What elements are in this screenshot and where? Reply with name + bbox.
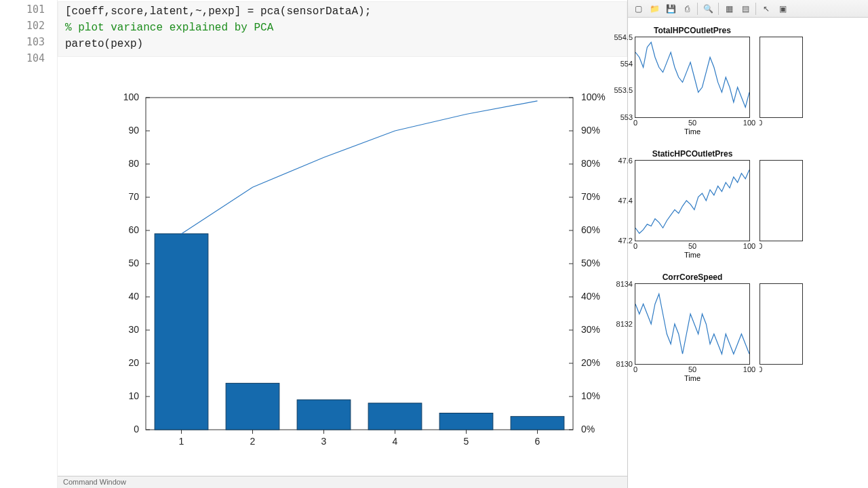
svg-text:6: 6: [535, 436, 540, 447]
svg-text:20: 20: [128, 357, 139, 368]
svg-text:90%: 90%: [581, 125, 600, 136]
data-cursor-icon[interactable]: ▤: [739, 3, 751, 15]
svg-rect-45: [155, 234, 208, 430]
subplot-title: CorrCoreSpeed: [635, 272, 750, 282]
subplot-title: StaticHPCOutletPres: [635, 149, 750, 159]
svg-rect-60: [511, 416, 564, 430]
line-number: 102: [0, 18, 57, 34]
code-line: pareto(pexp): [65, 36, 620, 52]
new-icon[interactable]: ▢: [632, 3, 644, 15]
svg-text:70: 70: [128, 191, 139, 202]
subplot-statichpc[interactable]: StaticHPCOutletPres 47.6 47.4 47.2 0 50 …: [635, 149, 750, 259]
svg-text:60: 60: [128, 224, 139, 235]
svg-text:40: 40: [128, 291, 139, 302]
subplot-partial-right1[interactable]: 2388.12 2388.1 2388.08 2388.06 2388.04 0: [760, 26, 803, 136]
x-axis-label: Time: [635, 374, 750, 382]
svg-text:10: 10: [128, 390, 139, 401]
svg-text:90: 90: [128, 125, 139, 136]
svg-text:100%: 100%: [581, 92, 606, 102]
svg-rect-51: [297, 400, 351, 430]
svg-text:100: 100: [123, 92, 140, 102]
subplot-totalhpc[interactable]: TotalHPCOutletPres 554.5 554 553.5 553 0…: [635, 26, 750, 136]
status-text: Command Window: [63, 478, 126, 486]
svg-text:0: 0: [134, 424, 139, 434]
pareto-chart[interactable]: 01020304050607080901000%10%20%30%40%50%6…: [98, 84, 627, 464]
legend-icon[interactable]: ▣: [776, 3, 789, 15]
svg-text:30: 30: [128, 324, 139, 335]
svg-text:0%: 0%: [581, 424, 595, 434]
x-axis-label: Time: [635, 251, 750, 259]
save-icon[interactable]: 💾: [665, 3, 677, 15]
svg-text:10%: 10%: [581, 390, 600, 401]
zoom-icon[interactable]: ▦: [723, 3, 735, 15]
subplot-grid: TotalHPCOutletPres 554.5 554 553.5 553 0…: [628, 18, 868, 382]
figure-panel: ▢ 📁 💾 ⎙ 🔍 ▦ ▤ ↖ ▣ TotalHPCOutletPres 554…: [627, 0, 868, 488]
status-bar: Command Window: [58, 476, 627, 488]
open-icon[interactable]: 📁: [648, 3, 660, 15]
svg-text:5: 5: [464, 436, 469, 447]
svg-rect-0: [146, 98, 573, 430]
svg-rect-57: [439, 413, 493, 430]
svg-text:40%: 40%: [581, 291, 600, 302]
svg-text:80%: 80%: [581, 158, 600, 169]
subplot-corrcorespeed[interactable]: CorrCoreSpeed 8134 8132 8130 0 50 100 Ti…: [635, 272, 750, 382]
toolbar-separator: [755, 3, 756, 15]
pointer-icon[interactable]: ↖: [760, 3, 772, 15]
subplot-partial-right2[interactable]: 522.5 522 521.5 521 0: [760, 149, 803, 259]
editor-pane: [coeff,score,latent,~,pexp] = pca(sensor…: [58, 0, 627, 488]
figure-toolbar: ▢ 📁 💾 ⎙ 🔍 ▦ ▤ ↖ ▣: [628, 0, 868, 18]
svg-text:50: 50: [128, 258, 139, 268]
inspect-icon[interactable]: 🔍: [702, 3, 714, 15]
svg-text:50%: 50%: [581, 258, 600, 268]
svg-text:1: 1: [179, 436, 184, 447]
x-axis-label: Time: [635, 127, 750, 136]
subplot-partial-right3[interactable]: 8.44 8.42 8.4 0: [760, 272, 803, 382]
svg-text:2: 2: [250, 436, 256, 447]
code-line: [coeff,score,latent,~,pexp] = pca(sensor…: [65, 3, 620, 20]
svg-text:4: 4: [393, 436, 398, 447]
line-number-gutter: 101 102 103 104: [0, 0, 58, 488]
line-number: 101: [0, 1, 57, 18]
print-icon[interactable]: ⎙: [681, 3, 693, 15]
svg-text:70%: 70%: [581, 191, 600, 202]
svg-text:60%: 60%: [581, 224, 600, 235]
svg-rect-48: [226, 383, 279, 430]
svg-rect-54: [368, 403, 422, 430]
line-number: 104: [0, 50, 57, 66]
toolbar-separator: [697, 3, 698, 15]
svg-text:20%: 20%: [581, 357, 600, 368]
subplot-title: TotalHPCOutletPres: [635, 26, 750, 35]
code-block[interactable]: [coeff,score,latent,~,pexp] = pca(sensor…: [58, 1, 627, 57]
line-number: 103: [0, 34, 57, 50]
toolbar-separator: [718, 3, 719, 15]
code-line-comment: % plot variance explained by PCA: [65, 20, 620, 36]
svg-text:3: 3: [321, 436, 327, 447]
svg-text:30%: 30%: [581, 324, 600, 335]
svg-text:80: 80: [128, 158, 139, 169]
